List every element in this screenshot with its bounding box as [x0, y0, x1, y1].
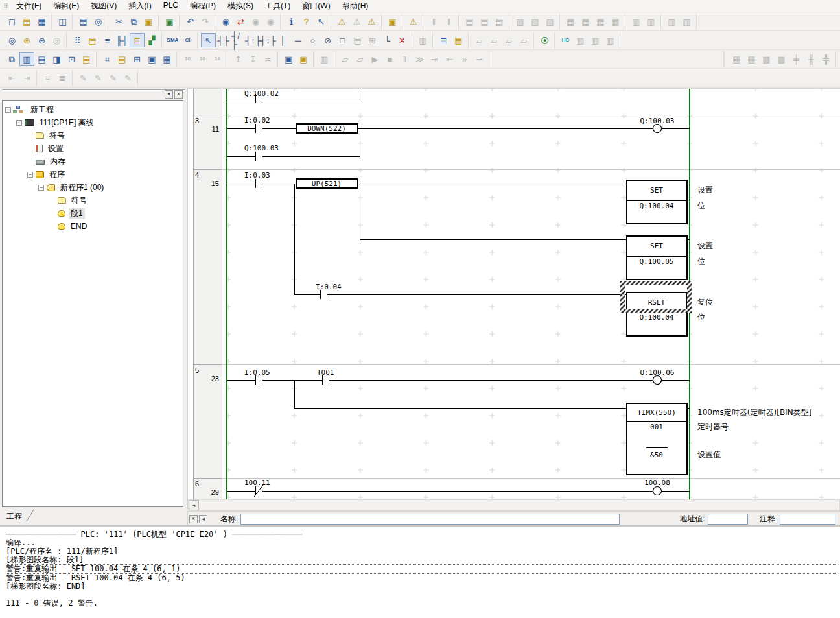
transfer-to-plc-button[interactable]: ↥ [231, 52, 246, 66]
menu-item-7[interactable]: 工具(T) [259, 0, 296, 13]
transfer-step-run-button[interactable]: ▥ [317, 52, 332, 66]
sim-scan-run-button[interactable]: ⇀ [472, 52, 487, 66]
plc-memory-view-button[interactable]: ▦ [729, 52, 744, 66]
ladder-hscrollbar[interactable]: ◂ [188, 499, 840, 511]
transfer-changes-button[interactable]: ▤ [477, 14, 492, 29]
undo-button[interactable]: ↶ [183, 14, 198, 29]
io-bit-monitor-button[interactable]: ⦿ [537, 33, 552, 47]
tree-expander[interactable]: − [38, 185, 44, 191]
ladder-editor[interactable]: 3 11 4 15 5 23 6 29 [188, 89, 840, 499]
tree-item-symbols[interactable]: 符号 [3, 194, 183, 207]
menu-item-1[interactable]: 编辑(E) [47, 0, 85, 13]
align-rungs-button[interactable]: ≡ [40, 71, 55, 85]
inverted-instruction-button[interactable]: ▤ [350, 33, 365, 47]
io-comment-view-button[interactable]: ⊡ [64, 52, 79, 66]
comment-field[interactable] [780, 514, 835, 525]
tree-expander[interactable]: − [5, 107, 11, 113]
panel-close-button[interactable]: × [174, 90, 183, 99]
data-trace-button[interactable]: ▦ [451, 33, 466, 47]
compare-with-plc-button[interactable]: ≍ [261, 52, 275, 66]
go-online-1-button[interactable]: ▧ [513, 14, 528, 29]
info-nav-button[interactable]: ◂ [199, 515, 207, 523]
help-topics-button[interactable]: ? [299, 14, 314, 29]
zoom-reset-button[interactable]: ◎ [49, 33, 64, 47]
cross-reference-report-button[interactable]: ⌗ [100, 52, 115, 66]
program-block-view-button[interactable]: ▞ [145, 33, 159, 47]
online-edit-warning-button[interactable]: ⚠ [349, 14, 364, 29]
address-value-field[interactable] [708, 514, 748, 525]
tree-item-section[interactable]: END [3, 220, 183, 233]
bookmark-set-button[interactable]: ✎ [76, 71, 91, 85]
contact-no-button[interactable]: ┤├ [216, 33, 231, 47]
info-close-button[interactable]: × [189, 515, 198, 523]
function-block-invoke-button[interactable]: ⊞ [365, 33, 380, 47]
monitor-window-2-button[interactable]: ▦ [578, 14, 593, 29]
monitor-decimal-button[interactable]: 10 [180, 52, 195, 66]
sim-step-run-button[interactable]: ≫ [412, 52, 427, 66]
rack-config-3-button[interactable]: ╬ [819, 52, 834, 66]
coil-no-button[interactable]: ○ [305, 33, 320, 47]
menu-item-8[interactable]: 窗口(W) [296, 0, 336, 13]
new-file-button[interactable]: ◻ [5, 14, 19, 29]
force-toggle-button[interactable]: ▱ [502, 33, 517, 47]
sim-step-in-button[interactable]: ⇥ [427, 52, 442, 66]
sim-continuous-step-button[interactable]: » [457, 52, 472, 66]
address-reference-tool-button[interactable]: ▤ [115, 52, 130, 66]
menu-item-2[interactable]: 视图(V) [85, 0, 122, 13]
menu-item-9[interactable]: 帮助(H) [336, 0, 375, 13]
instruction-box-button[interactable]: □ [335, 33, 350, 47]
zoom-out-button[interactable]: ⊖ [34, 33, 49, 47]
watch-tool-1-button[interactable]: ▥ [664, 14, 679, 29]
force-off-button[interactable]: ▱ [487, 33, 502, 47]
output-coil[interactable] [653, 376, 662, 385]
menu-item-3[interactable]: 插入(I) [122, 0, 157, 13]
paste-button[interactable]: ▣ [141, 14, 156, 29]
compile-warning-button[interactable]: ⚠ [334, 14, 349, 29]
symbol-table-view-button[interactable]: ◨ [49, 52, 64, 66]
line-connect-button[interactable]: └ [380, 33, 395, 47]
plc-memory-backup-button[interactable]: ▦ [744, 52, 759, 66]
work-online-simulator-button[interactable]: ▣ [281, 52, 296, 66]
differential-monitor-button[interactable]: ≣ [436, 33, 451, 47]
force-on-button[interactable]: ▱ [472, 33, 487, 47]
align-comments-button[interactable]: ≣ [55, 71, 70, 85]
change-all-button[interactable]: ◉ [248, 14, 263, 29]
transfer-warning-button[interactable]: ⚠ [406, 14, 421, 29]
menu-item-5[interactable]: 编程(P) [184, 0, 222, 13]
output-window-toggle-button[interactable]: ▣ [145, 52, 159, 66]
diff-monitor-1-button[interactable]: ▥ [629, 14, 644, 29]
output-line[interactable]: 警告:重复输出 - SET 100.04 在条 4 (6, 1) [6, 564, 837, 574]
menu-item-4[interactable]: PLC [158, 0, 184, 13]
tree-item-settings[interactable]: 设置 [3, 142, 183, 155]
program-edit-online-button[interactable]: ▤ [462, 14, 477, 29]
go-online-3-button[interactable]: ▧ [542, 14, 557, 29]
cancel-online-edit-button[interactable]: ▤ [492, 14, 507, 29]
io-table-units-button[interactable]: ▩ [774, 52, 789, 66]
tree-item-symbols[interactable]: 符号 [3, 129, 183, 142]
sim-step-over-button[interactable]: ⇤ [442, 52, 457, 66]
mnemonics-view-toggle-button[interactable]: SMA [165, 33, 180, 47]
output-coil[interactable] [653, 487, 662, 495]
properties-view-button[interactable]: ▤ [79, 52, 94, 66]
binary-monitor-button[interactable]: ▦ [159, 52, 174, 66]
monitor-window-4-button[interactable]: ▦ [608, 14, 623, 29]
vertical-line-button[interactable]: │ [275, 33, 290, 47]
watch-option-2-button[interactable]: ▥ [588, 33, 603, 47]
redo-button[interactable]: ↷ [198, 14, 213, 29]
watch-option-1-button[interactable]: ▥ [573, 33, 588, 47]
about-button[interactable]: ℹ [284, 14, 299, 29]
tree-expander[interactable]: − [16, 120, 22, 126]
open-file-button[interactable]: ▤ [19, 14, 34, 29]
pause-monitor-button[interactable]: ‖ [426, 14, 441, 29]
zoom-in-button[interactable]: ⊕ [19, 33, 34, 47]
transfer-from-plc-button[interactable]: ↧ [246, 52, 261, 66]
rung-annotation-button[interactable]: ≣ [130, 33, 145, 47]
tree-item-project[interactable]: −新工程 [3, 103, 183, 116]
go-online-2-button[interactable]: ▧ [528, 14, 542, 29]
menu-item-0[interactable]: 文件(F) [10, 0, 47, 13]
force-cancel-button[interactable]: ▱ [517, 33, 531, 47]
tree-item-program[interactable]: −新程序1 (00) [3, 181, 183, 194]
horizontal-line-button[interactable]: ─ [290, 33, 305, 47]
tree-item-section[interactable]: 段1 [3, 207, 183, 220]
new-project-window-button[interactable]: ⧉ [5, 52, 19, 66]
